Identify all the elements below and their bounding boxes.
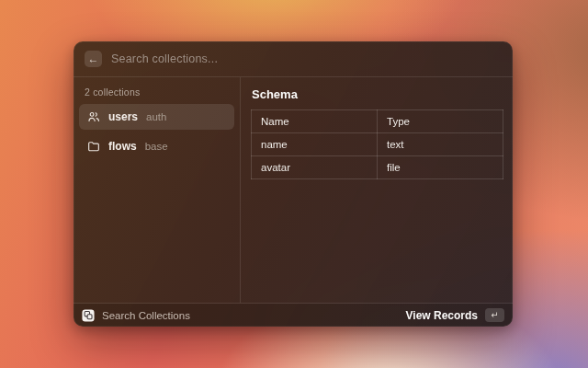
schema-cell-name: avatar (252, 156, 378, 179)
users-icon (87, 110, 100, 123)
schema-row: name text (252, 133, 503, 156)
schema-col-type: Type (378, 110, 503, 133)
schema-row: avatar file (252, 156, 503, 179)
schema-cell-type: file (378, 156, 503, 179)
schema-header-row: Name Type (252, 110, 503, 133)
back-button[interactable]: ← (85, 51, 102, 67)
schema-table: Name Type name text avatar file (251, 109, 503, 179)
app-logo-icon (82, 309, 95, 322)
sidebar-item-badge: base (145, 141, 168, 152)
footer-app-label: Search Collections (102, 310, 399, 321)
collections-count-label: 2 collections (85, 86, 234, 98)
sidebar-item-label: users (108, 110, 138, 123)
search-input[interactable] (111, 52, 502, 65)
view-records-label: View Records (406, 309, 478, 322)
footer-bar: Search Collections View Records ↵ (74, 304, 513, 327)
sidebar-item-badge: auth (146, 111, 166, 122)
collections-sidebar: 2 collections users auth (74, 77, 240, 303)
search-bar: ← (74, 41, 513, 76)
sidebar-item-flows[interactable]: flows base (79, 133, 234, 159)
view-records-button[interactable]: View Records ↵ (406, 308, 504, 322)
content-area: 2 collections users auth (74, 77, 513, 303)
sidebar-item-label: flows (108, 140, 137, 153)
detail-panel: Schema Name Type name text avatar file (241, 77, 513, 303)
folder-icon (87, 140, 100, 153)
schema-col-name: Name (252, 110, 378, 133)
sidebar-item-users[interactable]: users auth (79, 104, 234, 130)
back-arrow-icon: ← (88, 53, 99, 64)
schema-cell-type: text (378, 133, 503, 156)
enter-key-icon: ↵ (485, 308, 504, 322)
schema-title: Schema (252, 87, 503, 101)
command-palette-window: ← 2 collections users auth (74, 41, 513, 327)
schema-cell-name: name (252, 133, 378, 156)
